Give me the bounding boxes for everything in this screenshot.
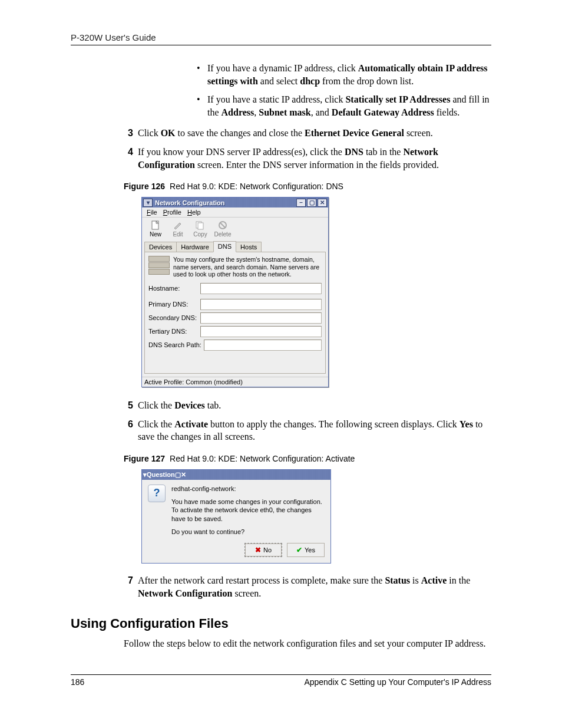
bullet-static-ip: If you have a static IP address, click S…: [194, 93, 491, 118]
svg-line-4: [220, 223, 225, 228]
bullet-dynamic-ip: If you have a dynamic IP address, click …: [194, 62, 491, 87]
copy-icon: [194, 220, 206, 230]
input-secondary-dns[interactable]: [200, 312, 322, 324]
input-hostname[interactable]: [200, 283, 322, 294]
maximize-button[interactable]: ▢: [307, 199, 316, 207]
status-bar: Active Profile: Common (modified): [142, 377, 328, 387]
no-button[interactable]: ✖ No: [244, 543, 282, 557]
minimize-button[interactable]: –: [296, 199, 306, 207]
figure-126-caption: Figure 126Red Hat 9.0: KDE: Network Conf…: [124, 182, 491, 191]
section-body: Follow the steps below to edit the netwo…: [124, 637, 491, 650]
tool-edit[interactable]: Edit: [168, 220, 188, 238]
label-tertiary-dns: Tertiary DNS:: [148, 328, 200, 335]
tool-delete[interactable]: Delete: [213, 220, 233, 238]
step-6: 6 Click the Activate button to apply the…: [124, 418, 491, 443]
close-button[interactable]: ✕: [318, 199, 327, 207]
check-icon: ✔: [296, 546, 302, 554]
question-icon: ?: [148, 485, 166, 502]
footer-rule: [71, 674, 491, 675]
server-icon: [148, 256, 170, 275]
header-rule: [71, 45, 491, 45]
header-guide-title: P-320W User's Guide: [71, 32, 491, 42]
step-4: 4 If you know your DNS server IP address…: [124, 146, 491, 171]
step-5: 5 Click the Devices tab.: [124, 399, 491, 412]
tab-dns[interactable]: DNS: [213, 241, 236, 252]
menu-file[interactable]: File: [147, 209, 157, 216]
network-config-window: ▾ Network Configuration – ▢ ✕ File Profi…: [141, 197, 329, 387]
step-3: 3 Click OK to save the changes and close…: [124, 127, 491, 140]
footer-chapter: Appendix C Setting up Your Computer's IP…: [304, 677, 491, 687]
dialog-title: Question: [147, 471, 175, 478]
step-7: 7 After the network card restart process…: [124, 574, 491, 599]
label-primary-dns: Primary DNS:: [148, 301, 200, 308]
dialog-titlebar[interactable]: ▾ Question ▢ ✕: [142, 470, 330, 480]
label-search-path: DNS Search Path:: [148, 341, 204, 348]
question-dialog: ▾ Question ▢ ✕ ? redhat-config-network: …: [141, 469, 331, 564]
label-hostname: Hostname:: [148, 285, 200, 292]
yes-button[interactable]: ✔ Yes: [287, 543, 325, 557]
page-number: 186: [71, 677, 84, 687]
window-title: Network Configuration: [155, 199, 295, 206]
toolbar: New Edit Copy Delete: [142, 218, 328, 240]
label-secondary-dns: Secondary DNS:: [148, 314, 200, 321]
svg-rect-2: [198, 223, 203, 229]
tool-new[interactable]: New: [146, 220, 166, 238]
maximize-button[interactable]: ▢: [175, 471, 181, 479]
menu-profile[interactable]: Profile: [163, 209, 181, 216]
input-tertiary-dns[interactable]: [200, 326, 322, 337]
figure-127-caption: Figure 127Red Hat 9.0: KDE: Network Conf…: [124, 454, 491, 463]
input-search-path[interactable]: [204, 340, 322, 351]
window-menu-icon[interactable]: ▾: [143, 199, 153, 207]
window-titlebar[interactable]: ▾ Network Configuration – ▢ ✕: [142, 197, 328, 207]
dns-tab-panel: You may configure the system's hostname,…: [144, 252, 326, 374]
close-button[interactable]: ✕: [181, 471, 186, 479]
edit-icon: [172, 220, 184, 230]
tool-copy[interactable]: Copy: [190, 220, 210, 238]
tab-bar: Devices Hardware DNS Hosts: [142, 241, 328, 252]
x-icon: ✖: [255, 546, 261, 554]
menu-bar: File Profile Help: [142, 207, 328, 218]
section-heading: Using Configuration Files: [71, 616, 491, 631]
input-primary-dns[interactable]: [200, 299, 322, 310]
dns-description: You may configure the system's hostname,…: [173, 256, 322, 278]
dialog-text: redhat-config-network: You have made som…: [171, 485, 325, 541]
menu-help[interactable]: Help: [187, 209, 201, 216]
delete-icon: [217, 220, 229, 230]
new-icon: [150, 220, 161, 230]
